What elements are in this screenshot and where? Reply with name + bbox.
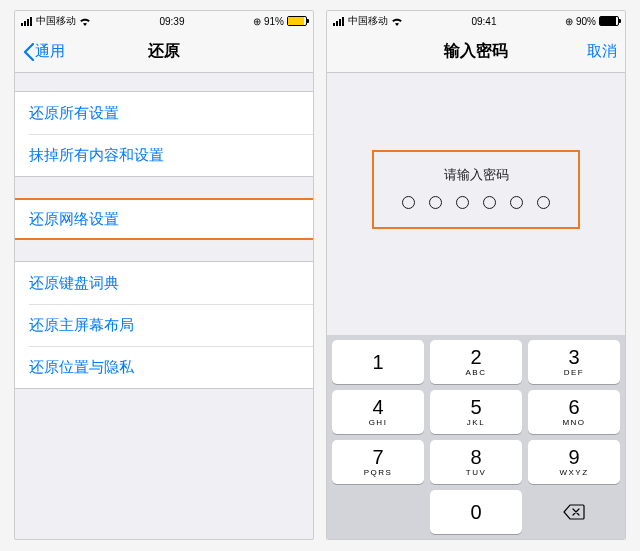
time-label: 09:41 bbox=[471, 16, 496, 27]
battery-percent: 91% bbox=[264, 16, 284, 27]
key-number: 9 bbox=[568, 447, 579, 467]
key-number: 4 bbox=[372, 397, 383, 417]
key-number: 5 bbox=[470, 397, 481, 417]
keypad-2[interactable]: 2ABC bbox=[430, 340, 522, 384]
key-letters: WXYZ bbox=[559, 468, 588, 477]
key-letters: DEF bbox=[564, 368, 585, 377]
passcode-area: 请输入密码 bbox=[327, 73, 625, 335]
keypad-9[interactable]: 9WXYZ bbox=[528, 440, 620, 484]
carrier-label: 中国移动 bbox=[348, 14, 388, 28]
orientation-lock-icon: ⊕ bbox=[565, 16, 573, 27]
key-letters: TUV bbox=[466, 468, 487, 477]
keypad-1[interactable]: 1 bbox=[332, 340, 424, 384]
passcode-dot bbox=[483, 196, 496, 209]
keypad-0[interactable]: 0 bbox=[430, 490, 522, 534]
reset-content: 还原所有设置 抹掉所有内容和设置 还原网络设置 还原键盘词典 还原主屏幕布局 还… bbox=[15, 73, 313, 539]
key-number: 6 bbox=[568, 397, 579, 417]
reset-location-privacy[interactable]: 还原位置与隐私 bbox=[15, 346, 313, 388]
reset-home-layout[interactable]: 还原主屏幕布局 bbox=[15, 304, 313, 346]
key-letters: ABC bbox=[466, 368, 487, 377]
reset-network-settings[interactable]: 还原网络设置 bbox=[15, 198, 313, 240]
passcode-prompt: 请输入密码 bbox=[444, 166, 509, 184]
back-button[interactable]: 通用 bbox=[23, 42, 65, 61]
keypad-7[interactable]: 7PQRS bbox=[332, 440, 424, 484]
keypad-8[interactable]: 8TUV bbox=[430, 440, 522, 484]
passcode-box: 请输入密码 bbox=[372, 150, 580, 229]
battery-icon bbox=[287, 16, 307, 26]
passcode-dot bbox=[402, 196, 415, 209]
key-number: 7 bbox=[372, 447, 383, 467]
nav-title: 输入密码 bbox=[327, 41, 625, 62]
battery-icon bbox=[599, 16, 619, 26]
status-bar: 中国移动 09:39 ⊕ 91% bbox=[15, 11, 313, 31]
key-number: 2 bbox=[470, 347, 481, 367]
keypad-3[interactable]: 3DEF bbox=[528, 340, 620, 384]
status-bar: 中国移动 09:41 ⊕ 90% bbox=[327, 11, 625, 31]
key-number: 0 bbox=[470, 502, 481, 522]
back-label: 通用 bbox=[35, 42, 65, 61]
key-letters: GHI bbox=[369, 418, 388, 427]
numeric-keypad: 12ABC3DEF4GHI5JKL6MNO7PQRS8TUV9WXYZ0 bbox=[327, 335, 625, 539]
key-letters: JKL bbox=[467, 418, 485, 427]
signal-icon bbox=[21, 17, 33, 26]
backspace-icon bbox=[563, 504, 585, 520]
wifi-icon bbox=[391, 17, 403, 26]
keypad-4[interactable]: 4GHI bbox=[332, 390, 424, 434]
orientation-lock-icon: ⊕ bbox=[253, 16, 261, 27]
passcode-dot bbox=[510, 196, 523, 209]
keypad-5[interactable]: 5JKL bbox=[430, 390, 522, 434]
group-0: 还原所有设置 抹掉所有内容和设置 bbox=[15, 91, 313, 177]
passcode-dot bbox=[537, 196, 550, 209]
wifi-icon bbox=[79, 17, 91, 26]
phone-passcode-screen: 中国移动 09:41 ⊕ 90% 输入密码 取消 请输入密码 bbox=[326, 10, 626, 540]
passcode-dots bbox=[402, 196, 550, 209]
group-1: 还原网络设置 bbox=[15, 199, 313, 239]
nav-bar: 通用 还原 bbox=[15, 31, 313, 73]
passcode-dot bbox=[429, 196, 442, 209]
reset-all-settings[interactable]: 还原所有设置 bbox=[15, 92, 313, 134]
carrier-label: 中国移动 bbox=[36, 14, 76, 28]
cancel-button[interactable]: 取消 bbox=[587, 42, 617, 61]
key-letters: MNO bbox=[562, 418, 585, 427]
group-2: 还原键盘词典 还原主屏幕布局 还原位置与隐私 bbox=[15, 261, 313, 389]
phone-reset-screen: 中国移动 09:39 ⊕ 91% 通用 还原 还原所有设置 抹掉所有内容和设置 … bbox=[14, 10, 314, 540]
time-label: 09:39 bbox=[159, 16, 184, 27]
key-number: 1 bbox=[372, 352, 383, 372]
battery-percent: 90% bbox=[576, 16, 596, 27]
keypad-delete[interactable] bbox=[528, 490, 620, 534]
key-number: 3 bbox=[568, 347, 579, 367]
key-number: 8 bbox=[470, 447, 481, 467]
nav-bar: 输入密码 取消 bbox=[327, 31, 625, 73]
reset-keyboard-dictionary[interactable]: 还原键盘词典 bbox=[15, 262, 313, 304]
signal-icon bbox=[333, 17, 345, 26]
passcode-content: 请输入密码 12ABC3DEF4GHI5JKL6MNO7PQRS8TUV9WXY… bbox=[327, 73, 625, 539]
key-letters: PQRS bbox=[364, 468, 393, 477]
keypad-6[interactable]: 6MNO bbox=[528, 390, 620, 434]
erase-all-content[interactable]: 抹掉所有内容和设置 bbox=[15, 134, 313, 176]
keypad-blank bbox=[332, 490, 424, 534]
passcode-dot bbox=[456, 196, 469, 209]
chevron-left-icon bbox=[23, 43, 35, 61]
